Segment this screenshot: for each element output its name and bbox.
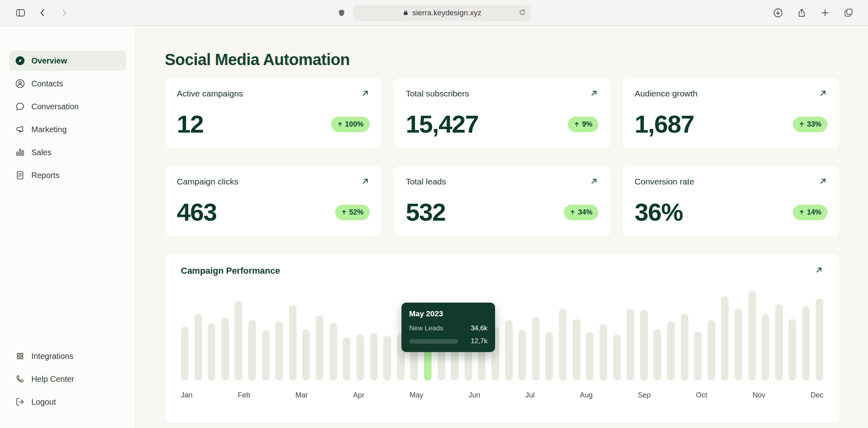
reload-icon[interactable]	[518, 8, 526, 16]
sidebar-item-label: Contacts	[31, 79, 63, 88]
bar[interactable]	[532, 317, 540, 381]
bar[interactable]	[816, 299, 823, 381]
bar[interactable]	[330, 323, 337, 381]
sidebar-item-integrations[interactable]: Integrations	[9, 346, 126, 366]
tooltip-progress-track	[409, 339, 458, 344]
bar[interactable]	[573, 319, 580, 381]
bar[interactable]	[302, 330, 310, 381]
bar[interactable]	[775, 304, 783, 381]
sidebar-item-label: Logout	[31, 397, 56, 407]
bar[interactable]	[545, 332, 553, 381]
change-value: 9%	[582, 120, 592, 129]
change-badge: 33%	[793, 117, 827, 132]
stat-label: Total subscribers	[406, 89, 469, 98]
main-content: Social Media Automation Active campaigns…	[136, 26, 868, 428]
bar[interactable]	[221, 318, 229, 381]
month-label: Sep	[638, 391, 651, 399]
bar[interactable]	[748, 291, 756, 381]
sidebar-item-label: Help Center	[31, 375, 74, 384]
sidebar-item-conversation[interactable]: Conversation	[9, 96, 126, 117]
arrow-up-icon	[337, 121, 343, 127]
arrow-up-icon	[799, 121, 805, 127]
bar[interactable]	[640, 310, 648, 381]
bar[interactable]	[708, 320, 715, 381]
lock-icon	[403, 10, 409, 16]
bar[interactable]	[600, 324, 607, 381]
bar[interactable]	[248, 320, 256, 381]
bar[interactable]	[586, 332, 594, 381]
page-title: Social Media Automation	[165, 51, 839, 69]
overview-icon	[15, 55, 25, 66]
bar[interactable]	[181, 327, 188, 381]
bar[interactable]	[735, 309, 742, 381]
month-label: Feb	[238, 391, 250, 399]
sidebar-toggle-icon[interactable]	[15, 8, 26, 18]
arrow-up-right-icon[interactable]	[361, 177, 370, 186]
arrow-up-right-icon[interactable]	[590, 177, 598, 186]
phone-icon	[15, 374, 25, 384]
tooltip-title: May 2023	[409, 309, 487, 318]
sidebar-item-logout[interactable]: Logout	[9, 392, 126, 412]
change-value: 14%	[807, 208, 821, 217]
bar[interactable]	[262, 330, 270, 381]
month-label: Apr	[353, 391, 364, 399]
bar[interactable]	[194, 314, 202, 381]
bar[interactable]	[721, 296, 729, 381]
arrow-up-right-icon[interactable]	[361, 89, 370, 98]
stat-card-campaign-clicks: Campaign clicks 463 52%	[165, 166, 382, 237]
bar[interactable]	[356, 334, 364, 381]
bar[interactable]	[613, 334, 621, 381]
stat-value: 15,427	[406, 112, 479, 137]
month-label: Aug	[580, 391, 593, 399]
stat-card-total-subscribers: Total subscribers 15,427 9%	[394, 78, 611, 149]
new-tab-icon[interactable]	[820, 8, 830, 18]
change-value: 34%	[578, 208, 592, 217]
sales-icon	[15, 147, 25, 158]
sidebar-item-marketing[interactable]: Marketing	[9, 119, 126, 139]
bar[interactable]	[505, 320, 513, 381]
arrow-up-right-icon[interactable]	[815, 266, 823, 274]
bar[interactable]	[559, 309, 567, 381]
bar[interactable]	[802, 306, 810, 381]
arrow-up-right-icon[interactable]	[590, 89, 598, 98]
bar[interactable]	[370, 333, 378, 381]
sidebar-nav: Overview Contacts Conversation	[0, 51, 135, 185]
stat-label: Conversion rate	[635, 177, 694, 186]
sidebar-item-reports[interactable]: Reports	[9, 165, 126, 185]
arrow-up-right-icon[interactable]	[819, 177, 827, 186]
bar[interactable]	[275, 322, 283, 381]
bar[interactable]	[289, 305, 297, 381]
address-bar[interactable]: sierra.keydesign.xyz	[353, 5, 531, 21]
bar[interactable]	[518, 330, 526, 381]
forward-icon[interactable]	[59, 8, 69, 18]
sidebar-item-help-center[interactable]: Help Center	[9, 369, 126, 389]
conversation-icon	[15, 101, 25, 112]
stat-card-active-campaigns: Active campaigns 12 100%	[165, 78, 382, 149]
bar[interactable]	[235, 301, 242, 381]
bar[interactable]	[383, 336, 391, 381]
bar[interactable]	[343, 337, 350, 381]
bar[interactable]	[626, 309, 634, 381]
change-badge: 34%	[564, 205, 598, 220]
bar[interactable]	[316, 315, 323, 381]
tooltip-value-1: 34,6k	[471, 324, 487, 332]
downloads-icon[interactable]	[773, 8, 783, 18]
sidebar-item-contacts[interactable]: Contacts	[9, 74, 126, 94]
bar[interactable]	[667, 322, 675, 381]
bar[interactable]	[653, 330, 661, 381]
sidebar-item-sales[interactable]: Sales	[9, 142, 126, 162]
sidebar-item-label: Integrations	[31, 352, 74, 361]
bar[interactable]	[788, 319, 796, 381]
bar[interactable]	[208, 323, 215, 381]
contacts-icon	[15, 78, 25, 89]
share-icon[interactable]	[797, 8, 807, 18]
back-icon[interactable]	[38, 8, 47, 18]
tab-overview-icon[interactable]	[843, 8, 854, 18]
arrow-up-right-icon[interactable]	[819, 89, 827, 98]
sidebar-item-overview[interactable]: Overview	[9, 51, 126, 71]
privacy-shield-icon[interactable]	[337, 8, 346, 17]
bar[interactable]	[694, 332, 702, 381]
bar[interactable]	[762, 314, 769, 381]
month-label: Mar	[295, 391, 308, 399]
bar[interactable]	[681, 314, 688, 381]
